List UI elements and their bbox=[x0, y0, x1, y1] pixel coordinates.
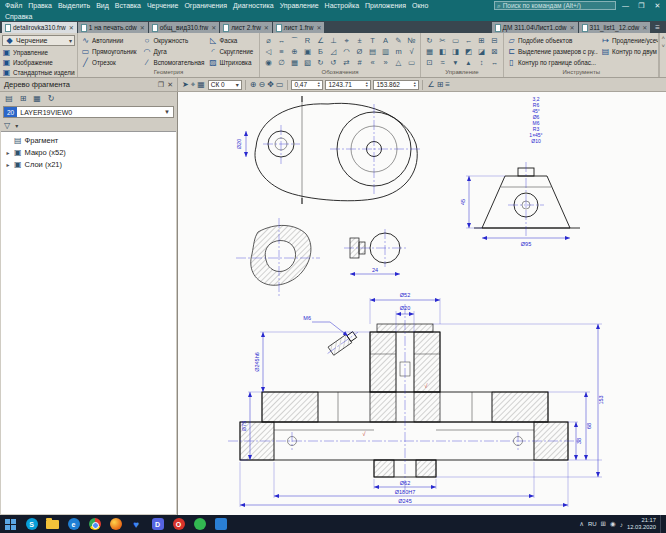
minimize-button[interactable]: — bbox=[619, 1, 632, 11]
notation-icon[interactable]: ▥ bbox=[379, 46, 392, 57]
management-icon[interactable]: ↕ bbox=[475, 57, 488, 68]
ribbon-up-icon[interactable]: ˄ bbox=[661, 35, 665, 41]
notation-icon[interactable]: ⊥ bbox=[327, 35, 340, 46]
menu-item[interactable]: Черчение bbox=[144, 2, 182, 9]
management-icon[interactable]: ◨ bbox=[449, 46, 462, 57]
taskbar-discord[interactable]: D bbox=[147, 515, 168, 533]
coordinate-system-select[interactable]: СК 0 ▾ bbox=[208, 80, 242, 90]
ribbon-tool[interactable]: ○ Окружность bbox=[141, 35, 205, 46]
notation-icon[interactable]: ± bbox=[353, 35, 366, 46]
taskbar-code[interactable] bbox=[210, 515, 231, 533]
tab-close-icon[interactable]: ✕ bbox=[140, 24, 145, 31]
tree-item-macros[interactable]: ▸ ▣ Макро (x52) bbox=[1, 146, 176, 158]
taskbar-opera[interactable]: O bbox=[168, 515, 189, 533]
notation-icon[interactable]: ◿ bbox=[327, 46, 340, 57]
management-icon[interactable]: ⊟ bbox=[488, 35, 501, 46]
ribbon-tool[interactable]: ▤ Контур по двум контурам bbox=[600, 46, 659, 57]
tab-close-icon[interactable]: ✕ bbox=[264, 24, 269, 31]
statusbar-icon[interactable]: ▭ bbox=[275, 79, 285, 90]
close-button[interactable]: ✕ bbox=[651, 1, 664, 11]
statusbar-icon[interactable]: ➤ bbox=[181, 79, 190, 90]
ribbon-tool[interactable]: ◜ Скругление bbox=[207, 46, 257, 57]
management-icon[interactable]: ↻ bbox=[423, 35, 436, 46]
tab-close-icon[interactable]: ✕ bbox=[69, 24, 74, 31]
menu-item[interactable]: Настройка bbox=[322, 2, 362, 9]
notation-icon[interactable]: ◉ bbox=[262, 57, 275, 68]
expand-arrow-icon[interactable]: ▸ bbox=[5, 161, 11, 168]
current-layer-combobox[interactable]: 20 LAYER19VIEW0 ▼ bbox=[3, 106, 174, 118]
menu-item[interactable]: Управление bbox=[277, 2, 322, 9]
taskbar-clock[interactable]: 21:17 12.03.2020 bbox=[627, 517, 656, 530]
filter-icon[interactable]: ▽ bbox=[4, 121, 10, 130]
ribbon-tool[interactable]: ◠ Дуга bbox=[141, 46, 205, 57]
notation-icon[interactable]: « bbox=[366, 57, 379, 68]
command-search[interactable]: ⌕ Поиск по командам (Alt+/) bbox=[494, 1, 616, 10]
document-tab[interactable]: лист 2.frw ✕ bbox=[220, 22, 272, 33]
notation-icon[interactable]: № bbox=[405, 35, 418, 46]
ribbon-section-item[interactable]: ▣ Управление bbox=[2, 47, 75, 57]
document-tab[interactable]: лист 1.frw ✕ bbox=[273, 22, 325, 33]
statusbar-icon[interactable]: ⊖ bbox=[257, 79, 266, 90]
taskbar-firefox[interactable] bbox=[105, 515, 126, 533]
ribbon-tool[interactable]: ∿ Автолинии bbox=[80, 35, 139, 46]
expand-arrow-icon[interactable]: ▸ bbox=[5, 149, 11, 156]
notation-icon[interactable]: ≡ bbox=[275, 46, 288, 57]
start-button[interactable] bbox=[0, 515, 21, 533]
notation-icon[interactable]: ⌖ bbox=[340, 35, 353, 46]
ribbon-section-item[interactable]: ▣ Изображение bbox=[2, 57, 75, 67]
spinner-icon[interactable]: ▲▼ bbox=[413, 82, 416, 88]
notation-icon[interactable]: ◠ bbox=[340, 46, 353, 57]
statusbar-icon[interactable]: ≡ bbox=[444, 79, 451, 90]
notation-icon[interactable]: ⌀ bbox=[262, 35, 275, 46]
language-indicator[interactable]: RU bbox=[588, 521, 597, 527]
tab-list-button[interactable]: ≡ bbox=[651, 23, 664, 32]
expand-all-icon[interactable]: ⊞ bbox=[17, 93, 29, 104]
ribbon-section-item[interactable]: ▣ Стандартные изделия bbox=[2, 67, 75, 77]
ribbon-down-icon[interactable]: ˅ bbox=[661, 43, 665, 49]
notation-icon[interactable]: А bbox=[379, 35, 392, 46]
management-icon[interactable]: ≈ bbox=[436, 57, 449, 68]
ribbon-tool[interactable]: ▯ Контур по границе облас... bbox=[506, 57, 598, 68]
y-coordinate-field[interactable]: 153.862 ▲▼ bbox=[373, 80, 419, 90]
statusbar-icon[interactable]: ∠ bbox=[426, 79, 435, 90]
notation-icon[interactable]: R bbox=[301, 35, 314, 46]
tree-item-layers[interactable]: ▸ ▣ Слои (x21) bbox=[1, 158, 176, 170]
notation-icon[interactable]: ✎ bbox=[392, 35, 405, 46]
taskbar-explorer[interactable] bbox=[42, 515, 63, 533]
menu-item[interactable]: Приложения bbox=[362, 2, 409, 9]
management-icon[interactable]: ▭ bbox=[449, 35, 462, 46]
statusbar-icon[interactable]: ▦ bbox=[196, 79, 206, 90]
management-icon[interactable]: ← bbox=[462, 35, 475, 46]
document-tab[interactable]: 311_list1_12.cdw ✕ bbox=[579, 22, 651, 33]
menu-item-help[interactable]: Справка bbox=[2, 13, 35, 20]
taskbar-skype[interactable]: S bbox=[21, 515, 42, 533]
document-tab[interactable]: общ_вид310.frw ✕ bbox=[149, 22, 220, 33]
management-icon[interactable]: ⊠ bbox=[488, 46, 501, 57]
notation-icon[interactable]: » bbox=[379, 57, 392, 68]
notation-icon[interactable]: √ bbox=[405, 46, 418, 57]
drawing-canvas[interactable]: 3,2 R6 45° Ø6 М6 R3 1×45° Ø10 bbox=[178, 92, 666, 515]
notation-icon[interactable]: # bbox=[353, 57, 366, 68]
document-tab[interactable]: 1 на печать.cdw ✕ bbox=[78, 22, 148, 33]
cursor-step-field[interactable]: 0,47 ▲▼ bbox=[291, 80, 323, 90]
management-icon[interactable]: ▦ bbox=[423, 46, 436, 57]
refresh-icon[interactable]: ↻ bbox=[45, 93, 57, 104]
tree-item-fragment[interactable]: ▤ Фрагмент bbox=[1, 134, 176, 146]
x-coordinate-field[interactable]: 1243.71 ▲▼ bbox=[325, 80, 371, 90]
volume-icon[interactable]: ♪ bbox=[620, 521, 623, 528]
ribbon-tool[interactable]: ⊏ Выделение размеров с ру... bbox=[506, 46, 598, 57]
menu-item[interactable]: Правка bbox=[25, 2, 55, 9]
notation-icon[interactable]: ⌒ bbox=[288, 35, 301, 46]
notation-icon[interactable]: ▤ bbox=[366, 46, 379, 57]
menu-item[interactable]: Окно bbox=[409, 2, 431, 9]
ribbon-tool[interactable]: ╱ Отрезок bbox=[80, 57, 139, 68]
chevron-down-icon[interactable]: ▾ bbox=[12, 122, 21, 129]
notation-icon[interactable]: ↻ bbox=[314, 57, 327, 68]
spinner-icon[interactable]: ▲▼ bbox=[365, 82, 368, 88]
notation-icon[interactable]: ∠ bbox=[314, 35, 327, 46]
notation-icon[interactable]: Т bbox=[366, 35, 379, 46]
menu-item[interactable]: Файл bbox=[2, 2, 25, 9]
panel-pin-icon[interactable]: ❐ bbox=[158, 81, 164, 89]
layers-icon[interactable]: ▦ bbox=[31, 93, 43, 104]
notation-icon[interactable]: ▦ bbox=[288, 57, 301, 68]
